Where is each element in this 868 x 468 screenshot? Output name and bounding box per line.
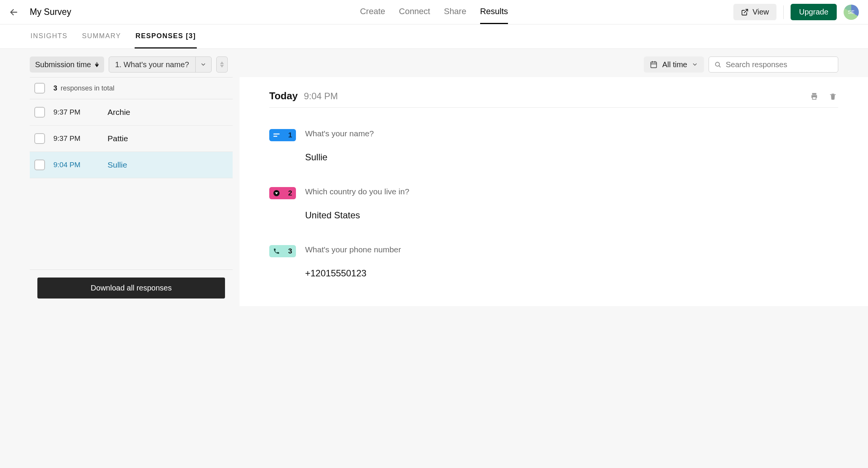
- filter-row: Submission time 1. What's your name? All…: [0, 49, 868, 77]
- secondary-sort[interactable]: [216, 56, 228, 73]
- response-list: 3 responses in total 9:37 PM Archie 9:37…: [30, 77, 233, 306]
- question-badge: 2: [269, 187, 296, 199]
- select-all-checkbox[interactable]: [34, 83, 45, 94]
- response-row[interactable]: 9:37 PM Pattie: [30, 126, 233, 152]
- view-button[interactable]: View: [733, 4, 776, 20]
- svg-marker-2: [95, 62, 99, 65]
- question-text: Which country do you live in?: [305, 187, 409, 196]
- svg-marker-3: [95, 65, 99, 67]
- list-header: 3 responses in total: [30, 77, 233, 99]
- triangle-up-icon: [220, 61, 224, 64]
- date-label: All time: [662, 60, 687, 69]
- question-badge: 3: [269, 245, 296, 257]
- tab-results[interactable]: Results: [480, 0, 508, 24]
- search-icon: [714, 61, 721, 68]
- date-filter[interactable]: All time: [644, 56, 704, 73]
- question-selector[interactable]: 1. What's your name?: [109, 56, 212, 73]
- divider: [783, 5, 784, 19]
- triangle-down-icon: [220, 65, 224, 68]
- answer-text: Sullie: [305, 152, 838, 163]
- response-count: 3 responses in total: [53, 84, 114, 92]
- svg-line-1: [744, 9, 748, 13]
- row-time: 9:37 PM: [53, 108, 99, 116]
- detail-time: 9:04 PM: [304, 91, 338, 102]
- external-link-icon: [741, 8, 749, 16]
- back-button[interactable]: [8, 7, 19, 18]
- question-row: 3 What's your phone number: [269, 245, 838, 257]
- row-checkbox[interactable]: [34, 160, 45, 170]
- response-detail: Today 9:04 PM 1 What's your name?: [240, 77, 868, 306]
- print-icon: [810, 92, 818, 100]
- subtab-insights[interactable]: Insights: [30, 24, 68, 48]
- response-row[interactable]: 9:04 PM Sullie: [30, 152, 233, 178]
- upgrade-button[interactable]: Upgrade: [791, 4, 837, 20]
- question-text: What's your phone number: [305, 245, 401, 254]
- sub-tabs: Insights Summary Responses [3]: [0, 24, 868, 49]
- subtab-responses[interactable]: Responses [3]: [135, 24, 197, 48]
- search-input[interactable]: [726, 60, 833, 69]
- answer-text: United States: [305, 210, 838, 221]
- chevron-down-icon: [692, 61, 698, 68]
- top-bar: My Survey Create Connect Share Results V…: [0, 0, 868, 24]
- survey-title: My Survey: [30, 7, 71, 17]
- subtab-summary[interactable]: Summary: [81, 24, 122, 48]
- svg-marker-4: [220, 61, 224, 64]
- row-time: 9:37 PM: [53, 134, 99, 143]
- main-tabs: Create Connect Share Results: [360, 0, 508, 24]
- chevron-down-icon: [195, 57, 211, 72]
- svg-rect-12: [812, 93, 817, 95]
- row-name: Pattie: [108, 134, 128, 143]
- tab-create[interactable]: Create: [360, 0, 385, 24]
- svg-marker-5: [220, 65, 224, 68]
- phone-icon: [273, 248, 280, 255]
- detail-today: Today: [269, 90, 298, 102]
- trash-icon: [829, 92, 837, 100]
- answer-text: +12015550123: [305, 268, 838, 279]
- row-name: Archie: [108, 108, 130, 117]
- arrow-left-icon: [9, 8, 18, 17]
- tab-connect[interactable]: Connect: [399, 0, 430, 24]
- row-name: Sullie: [108, 160, 127, 169]
- tab-share[interactable]: Share: [444, 0, 466, 24]
- short-text-icon: [273, 133, 280, 137]
- download-all-button[interactable]: Download all responses: [37, 278, 225, 299]
- question-label: 1. What's your name?: [109, 57, 195, 72]
- svg-rect-14: [812, 97, 816, 99]
- row-time: 9:04 PM: [53, 161, 99, 169]
- row-checkbox[interactable]: [34, 133, 45, 144]
- row-checkbox[interactable]: [34, 107, 45, 118]
- sort-icon: [95, 62, 99, 67]
- svg-rect-6: [651, 62, 657, 68]
- avatar[interactable]: SE: [844, 5, 859, 20]
- dropdown-icon: [273, 190, 280, 197]
- sort-label: Submission time: [35, 60, 91, 69]
- question-text: What's your name?: [305, 129, 374, 138]
- view-label: View: [752, 8, 769, 16]
- delete-button[interactable]: [828, 90, 838, 102]
- calendar-icon: [650, 61, 657, 68]
- svg-line-11: [719, 66, 720, 67]
- detail-header: Today 9:04 PM: [269, 90, 838, 108]
- question-badge: 1: [269, 129, 296, 141]
- question-row: 1 What's your name?: [269, 129, 838, 141]
- print-button[interactable]: [809, 90, 820, 102]
- search-box[interactable]: [709, 56, 838, 73]
- response-row[interactable]: 9:37 PM Archie: [30, 99, 233, 126]
- sort-selector[interactable]: Submission time: [30, 56, 104, 73]
- question-row: 2 Which country do you live in?: [269, 187, 838, 199]
- download-bar: Download all responses: [30, 270, 233, 306]
